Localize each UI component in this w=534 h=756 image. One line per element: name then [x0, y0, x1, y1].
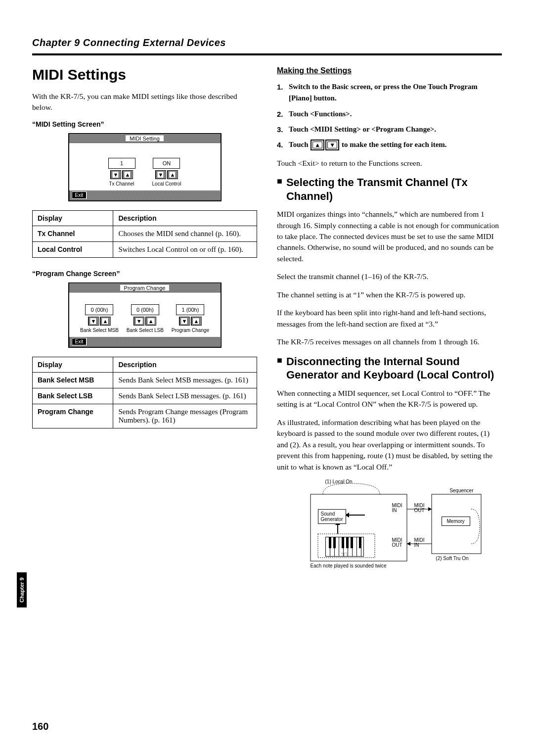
table-row: Tx Channel Chooses the MIDI send channel…: [33, 226, 257, 241]
bank-lsb-label: Bank Select LSB: [127, 328, 164, 333]
step-4: Touch ▲▼ to make the setting for each it…: [289, 139, 502, 151]
program-change-value: 1 (00h): [176, 304, 204, 315]
exit-button[interactable]: Exit: [72, 338, 87, 345]
local-control-diagram: (1) Local On Sequencer SoundGenerator MI…: [296, 479, 484, 578]
program-change-label: Program Change: [172, 328, 209, 333]
diagram-caption: Each note played is sounded twice: [311, 564, 387, 568]
step-number: 1.: [277, 81, 289, 104]
square-bullet-icon: ■: [277, 355, 282, 382]
step-1: Switch to the Basic screen, or press the…: [289, 81, 502, 104]
lc-para-1: When connecting a MIDI sequencer, set Lo…: [277, 388, 502, 410]
memory-box: Memory: [442, 517, 470, 526]
midi-table: Display Description Tx Channel Chooses t…: [32, 210, 257, 258]
svg-marker-3: [428, 507, 432, 511]
screen2-title: Program Change: [120, 285, 170, 291]
square-bullet-icon: ■: [277, 176, 282, 203]
down-arrow-icon: ▼: [325, 140, 339, 150]
chapter-tab: Chapter 9: [17, 572, 27, 608]
table-row: Program Change Sends Program Change mess…: [33, 404, 257, 428]
table-row: Bank Select MSB Sends Bank Select MSB me…: [33, 372, 257, 388]
tx-para-5: The KR-7/5 receives messages on all chan…: [277, 336, 502, 347]
bank-lsb-value: 0 (00h): [131, 304, 159, 315]
tx-channel-value: 1: [108, 158, 135, 169]
after-steps-text: Touch <Exit> to return to the Functions …: [277, 158, 502, 169]
page-title: MIDI Settings: [32, 66, 257, 83]
local-control-label: Local Control: [152, 181, 181, 187]
header-rule: [32, 53, 502, 55]
down-arrow-icon[interactable]: ▼: [134, 317, 144, 326]
sequencer-label: Sequencer: [449, 488, 473, 493]
soft-thru-label: (2) Soft Tru On: [436, 556, 468, 561]
tx-para-2: Select the transmit channel (1–16) of th…: [277, 271, 502, 282]
local-control-heading: ■ Disconnecting the Internal Sound Gener…: [277, 355, 502, 382]
keyboard-icon: ☜: [325, 537, 364, 558]
tx-channel-heading: ■ Selecting the Transmit Channel (Tx Cha…: [277, 176, 502, 203]
up-arrow-icon[interactable]: ▲: [167, 170, 178, 179]
svg-marker-5: [407, 542, 410, 546]
down-arrow-icon[interactable]: ▼: [179, 317, 190, 326]
tx-channel-label: Tx Channel: [108, 181, 135, 187]
screen1-title: MIDI Setting: [126, 136, 164, 142]
program-change-table: Display Description Bank Select MSB Send…: [32, 357, 257, 428]
down-arrow-icon[interactable]: ▼: [110, 170, 121, 179]
tx-para-3: The channel setting is at “1” when the K…: [277, 289, 502, 300]
table-row: Local Control Switches Local Control on …: [33, 241, 257, 257]
tx-para-4: If the keyboard has been split into righ…: [277, 307, 502, 330]
page-number: 160: [32, 721, 48, 732]
program-change-screen: Program Change 0 (00h) ▼ ▲ Bank Select M…: [68, 283, 222, 348]
table-row: Bank Select LSB Sends Bank Select LSB me…: [33, 388, 257, 404]
step-number: 3.: [277, 124, 289, 135]
bank-msb-label: Bank Select MSB: [80, 328, 119, 333]
up-arrow-icon[interactable]: ▲: [100, 317, 111, 326]
step-3: Touch <MIDI Setting> or <Program Change>…: [289, 124, 502, 135]
up-arrow-icon: ▲: [311, 140, 324, 150]
step-number: 2.: [277, 108, 289, 120]
midi-setting-screen: MIDI Setting 1 ▼ ▲ Tx Channel ON ▼ ▲: [68, 133, 222, 201]
local-control-value: ON: [153, 158, 180, 169]
table-header: Display: [33, 210, 113, 226]
up-arrow-icon[interactable]: ▲: [191, 317, 202, 326]
sound-generator-box: SoundGenerator: [318, 509, 346, 524]
lc-para-2: As illustrated, information describing w…: [277, 417, 502, 472]
table-header: Description: [113, 210, 257, 226]
down-arrow-icon[interactable]: ▼: [155, 170, 166, 179]
screen2-label: “Program Change Screen”: [32, 270, 257, 278]
up-arrow-icon[interactable]: ▲: [122, 170, 133, 179]
tx-para-1: MIDI organizes things into “channels,” w…: [277, 209, 502, 264]
table-header: Description: [113, 357, 257, 372]
intro-text: With the KR-7/5, you can make MIDI setti…: [32, 91, 257, 113]
down-arrow-icon[interactable]: ▼: [88, 317, 99, 326]
step-2: Touch <Functions>.: [289, 108, 502, 120]
making-settings-heading: Making the Settings: [277, 66, 502, 75]
exit-button[interactable]: Exit: [72, 191, 87, 199]
up-arrow-icon[interactable]: ▲: [145, 317, 156, 326]
table-header: Display: [33, 357, 113, 372]
step-number: 4.: [277, 139, 289, 151]
chapter-header: Chapter 9 Connecting External Devices: [32, 37, 502, 48]
bank-msb-value: 0 (00h): [85, 304, 113, 315]
screen1-label: “MIDI Setting Screen”: [32, 120, 257, 128]
local-on-label: (1) Local On: [325, 479, 353, 484]
